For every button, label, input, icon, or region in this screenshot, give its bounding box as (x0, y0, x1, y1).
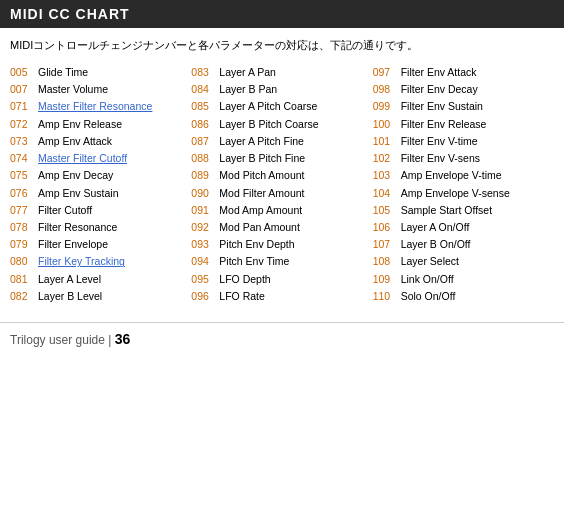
entry-number: 090 (191, 186, 219, 201)
entry-label: Master Volume (38, 82, 108, 97)
entry-label: Layer A Pitch Coarse (219, 99, 317, 114)
table-row: 097Filter Env Attack (373, 65, 554, 80)
footer-page-number: 36 (115, 331, 131, 347)
table-row: 104Amp Envelope V-sense (373, 186, 554, 201)
table-row: 106Layer A On/Off (373, 220, 554, 235)
entry-label: Solo On/Off (401, 289, 456, 304)
entry-number: 103 (373, 168, 401, 183)
entry-number: 086 (191, 117, 219, 132)
entry-number: 105 (373, 203, 401, 218)
entry-label: Pitch Env Time (219, 254, 289, 269)
entry-label: Mod Filter Amount (219, 186, 304, 201)
entry-label: Pitch Env Depth (219, 237, 294, 252)
entry-label: Link On/Off (401, 272, 454, 287)
entry-label: Amp Env Attack (38, 134, 112, 149)
column-3: 097Filter Env Attack098Filter Env Decay0… (373, 65, 554, 304)
table-row: 105Sample Start Offset (373, 203, 554, 218)
entry-label: Amp Envelope V-time (401, 168, 502, 183)
table-row: 102Filter Env V-sens (373, 151, 554, 166)
entry-number: 107 (373, 237, 401, 252)
table-row: 107Layer B On/Off (373, 237, 554, 252)
entry-number: 083 (191, 65, 219, 80)
table-row: 078Filter Resonance (10, 220, 191, 235)
column-1: 005Glide Time007Master Volume071Master F… (10, 65, 191, 304)
table-row: 096LFO Rate (191, 289, 372, 304)
entry-number: 089 (191, 168, 219, 183)
midi-chart: 005Glide Time007Master Volume071Master F… (0, 65, 564, 304)
entry-label: Filter Cutoff (38, 203, 92, 218)
table-row: 084Layer B Pan (191, 82, 372, 97)
entry-number: 073 (10, 134, 38, 149)
footer-guide-text: Trilogy user guide (10, 333, 108, 347)
entry-label: Layer A Pitch Fine (219, 134, 304, 149)
entry-number: 077 (10, 203, 38, 218)
entry-number: 100 (373, 117, 401, 132)
entry-number: 079 (10, 237, 38, 252)
entry-label: Layer Select (401, 254, 459, 269)
entry-number: 087 (191, 134, 219, 149)
entry-label: Amp Env Decay (38, 168, 113, 183)
entry-number: 007 (10, 82, 38, 97)
entry-label: Filter Envelope (38, 237, 108, 252)
entry-label: Glide Time (38, 65, 88, 80)
entry-label: Layer A On/Off (401, 220, 470, 235)
table-row: 079Filter Envelope (10, 237, 191, 252)
entry-label: LFO Depth (219, 272, 270, 287)
entry-label: LFO Rate (219, 289, 265, 304)
table-row: 073Amp Env Attack (10, 134, 191, 149)
entry-number: 109 (373, 272, 401, 287)
table-row: 072Amp Env Release (10, 117, 191, 132)
entry-number: 092 (191, 220, 219, 235)
entry-number: 071 (10, 99, 38, 114)
table-row: 085Layer A Pitch Coarse (191, 99, 372, 114)
entry-number: 099 (373, 99, 401, 114)
entry-label: Mod Pitch Amount (219, 168, 304, 183)
entry-number: 102 (373, 151, 401, 166)
entry-number: 074 (10, 151, 38, 166)
table-row: 108Layer Select (373, 254, 554, 269)
entry-label: Filter Resonance (38, 220, 117, 235)
entry-label: Layer B Pan (219, 82, 277, 97)
table-row: 080Filter Key Tracking (10, 254, 191, 269)
entry-number: 075 (10, 168, 38, 183)
table-row: 094Pitch Env Time (191, 254, 372, 269)
entry-label: Layer B Level (38, 289, 102, 304)
entry-number: 097 (373, 65, 401, 80)
entry-label: Mod Pan Amount (219, 220, 300, 235)
entry-number: 104 (373, 186, 401, 201)
entry-label: Layer B Pitch Fine (219, 151, 305, 166)
entry-number: 101 (373, 134, 401, 149)
entry-label: Filter Env Sustain (401, 99, 483, 114)
table-row: 090Mod Filter Amount (191, 186, 372, 201)
table-row: 110Solo On/Off (373, 289, 554, 304)
table-row: 083Layer A Pan (191, 65, 372, 80)
entry-label: Filter Env V-time (401, 134, 478, 149)
table-row: 082Layer B Level (10, 289, 191, 304)
table-row: 095LFO Depth (191, 272, 372, 287)
table-row: 074Master Filter Cutoff (10, 151, 191, 166)
table-row: 005Glide Time (10, 65, 191, 80)
entry-number: 005 (10, 65, 38, 80)
entry-number: 085 (191, 99, 219, 114)
entry-label: Filter Key Tracking (38, 254, 125, 269)
entry-number: 096 (191, 289, 219, 304)
entry-number: 081 (10, 272, 38, 287)
entry-label: Layer A Pan (219, 65, 276, 80)
entry-label: Filter Env Release (401, 117, 487, 132)
entry-label: Amp Env Release (38, 117, 122, 132)
entry-label: Sample Start Offset (401, 203, 492, 218)
entry-number: 072 (10, 117, 38, 132)
table-row: 087Layer A Pitch Fine (191, 134, 372, 149)
table-row: 076Amp Env Sustain (10, 186, 191, 201)
table-row: 098Filter Env Decay (373, 82, 554, 97)
entry-number: 084 (191, 82, 219, 97)
table-row: 071Master Filter Resonance (10, 99, 191, 114)
table-row: 007Master Volume (10, 82, 191, 97)
entry-number: 082 (10, 289, 38, 304)
entry-label: Master Filter Cutoff (38, 151, 127, 166)
entry-label: Filter Env Attack (401, 65, 477, 80)
table-row: 086Layer B Pitch Coarse (191, 117, 372, 132)
table-row: 092Mod Pan Amount (191, 220, 372, 235)
entry-label: Layer A Level (38, 272, 101, 287)
table-row: 089Mod Pitch Amount (191, 168, 372, 183)
